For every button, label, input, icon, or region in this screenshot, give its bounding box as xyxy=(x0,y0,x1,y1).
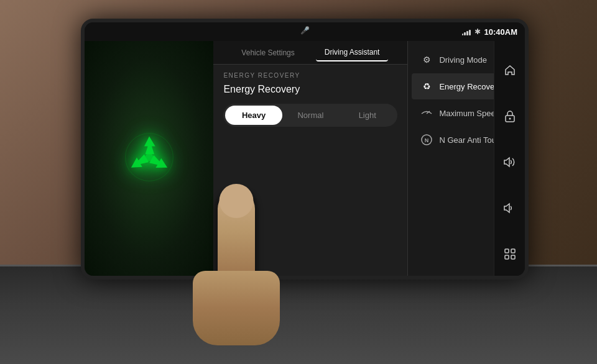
time-display: 10:40AM xyxy=(484,27,517,37)
volume-down-button[interactable] xyxy=(499,197,521,219)
toggle-normal[interactable]: Normal xyxy=(282,106,339,125)
toggle-light[interactable]: Light xyxy=(339,106,396,125)
lock-button[interactable] xyxy=(499,105,521,127)
svg-point-9 xyxy=(509,118,511,120)
left-decorative-panel xyxy=(85,41,213,276)
tab-vehicle-settings[interactable]: Vehicle Settings xyxy=(233,45,303,61)
maximum-speed-icon xyxy=(420,107,433,119)
n-gear-icon: N xyxy=(420,134,433,146)
energy-recovery-toggle-group: Heavy Normal Light xyxy=(223,104,397,127)
status-icons: ✱ 10:40AM xyxy=(462,27,517,37)
svg-rect-13 xyxy=(511,255,515,259)
center-mic-icon: 🎤 xyxy=(300,26,310,35)
tabs-bar: Vehicle Settings Driving Assistant xyxy=(213,41,407,65)
driving-mode-icon: ⚙ xyxy=(420,53,433,66)
right-sidebar xyxy=(494,41,525,280)
tab-driving-assistant[interactable]: Driving Assistant xyxy=(316,44,389,61)
setting-title: Energy Recovery xyxy=(223,84,397,95)
car-screen: 🎤 ✱ 10:40AM xyxy=(81,19,529,280)
volume-up-button[interactable] xyxy=(499,151,521,173)
svg-rect-10 xyxy=(505,249,509,253)
toggle-heavy[interactable]: Heavy xyxy=(225,106,282,125)
energy-recovery-icon: ♻ xyxy=(420,80,433,93)
recycle-animation xyxy=(124,132,174,184)
grid-menu-button[interactable] xyxy=(499,243,521,265)
svg-point-3 xyxy=(145,153,153,162)
svg-marker-0 xyxy=(144,136,155,154)
main-content: Vehicle Settings Driving Assistant ENERG… xyxy=(85,41,525,276)
center-settings-panel: Vehicle Settings Driving Assistant ENERG… xyxy=(213,41,407,276)
status-bar: 🎤 ✱ 10:40AM xyxy=(85,22,525,41)
home-button[interactable] xyxy=(499,59,521,81)
svg-text:N: N xyxy=(425,137,429,143)
dashboard-bezel xyxy=(0,265,597,364)
svg-rect-11 xyxy=(511,249,515,253)
section-label: ENERGY RECOVERY xyxy=(223,72,397,79)
settings-content: ENERGY RECOVERY Energy Recovery Heavy No… xyxy=(213,65,407,276)
bluetooth-icon: ✱ xyxy=(474,27,481,36)
signal-icon xyxy=(462,28,471,35)
svg-rect-12 xyxy=(505,255,509,259)
recycle-svg-icon xyxy=(124,132,174,182)
